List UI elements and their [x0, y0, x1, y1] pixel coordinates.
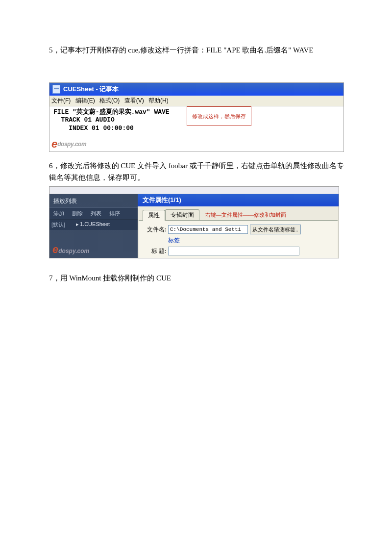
- btn-list[interactable]: 列表: [87, 208, 105, 219]
- track-name: 1.CUESheet: [80, 221, 110, 227]
- playlist-default: [默认]: [51, 221, 76, 228]
- properties-title: 文件属性(1/1): [138, 194, 339, 206]
- properties-tabs: 属性 专辑封面 右键—文件属性——修改和加封面: [138, 206, 339, 220]
- step-6-text: 6，修改完后将修改的 CUE 文件导入 foobar 或千千静听里，右键点击单轨…: [49, 160, 348, 183]
- window-title: CUESheet - 记事本: [63, 85, 119, 94]
- callout-box: 修改成这样，然后保存: [187, 106, 251, 126]
- tags-link[interactable]: 标签: [168, 236, 334, 245]
- watermark-e-icon: e: [52, 243, 58, 255]
- watermark-left: edospy.com: [52, 243, 89, 256]
- titlebar[interactable]: CUESheet - 记事本: [49, 83, 343, 96]
- playlist-header: 播放列表: [49, 194, 138, 207]
- menu-format[interactable]: 格式(O): [99, 97, 120, 104]
- properties-window: 播放列表 添加 删除 列表 排序 [默认] ▸1.CUESheet edospy…: [49, 186, 339, 258]
- tab-attributes[interactable]: 属性: [143, 210, 165, 221]
- input-filename[interactable]: C:\Documents and Setti: [168, 225, 248, 234]
- input-title[interactable]: [168, 247, 299, 255]
- properties-form: 文件名: C:\Documents and Setti 从文件名猜测标签.. 标…: [139, 220, 338, 258]
- btn-add[interactable]: 添加: [49, 208, 68, 219]
- btn-delete[interactable]: 删除: [68, 208, 87, 219]
- notepad-window: CUESheet - 记事本 文件(F) 编辑(E) 格式(O) 查看(V) 帮…: [49, 82, 344, 152]
- step-5-text: 5，记事本打开刚保存的 cue,修改这样一行拼音：FILE "APE 歌曲名.后…: [49, 44, 348, 56]
- step-7-text: 7，用 WinMount 挂载你刚制作的 CUE: [49, 272, 348, 284]
- play-icon: ▸: [76, 221, 79, 227]
- menu-help[interactable]: 帮助(H): [148, 97, 169, 104]
- playlist-pane: 播放列表 添加 删除 列表 排序 [默认] ▸1.CUESheet edospy…: [49, 194, 138, 258]
- playlist-toolbar: 添加 删除 列表 排序: [49, 207, 138, 220]
- tab-cover[interactable]: 专辑封面: [165, 209, 199, 220]
- hint-text: 右键—文件属性——修改和加封面: [205, 211, 286, 219]
- window-top-border: [49, 187, 339, 194]
- label-title: 标 题:: [143, 247, 166, 255]
- notepad-icon: [52, 85, 60, 94]
- properties-pane: 文件属性(1/1) 属性 专辑封面 右键—文件属性——修改和加封面 文件名: C…: [138, 194, 339, 258]
- btn-sort[interactable]: 排序: [105, 208, 124, 219]
- watermark: e dospy.com: [51, 138, 86, 151]
- notepad-body[interactable]: FILE "莫文蔚-盛夏的果实.wav" WAVE TRACK 01 AUDIO…: [49, 106, 343, 151]
- menu-view[interactable]: 查看(V): [124, 97, 144, 104]
- guess-tags-button[interactable]: 从文件名猜测标签..: [250, 225, 301, 234]
- menubar: 文件(F) 编辑(E) 格式(O) 查看(V) 帮助(H): [49, 96, 343, 106]
- menu-edit[interactable]: 编辑(E): [75, 97, 95, 104]
- label-filename: 文件名:: [143, 226, 166, 234]
- menu-file[interactable]: 文件(F): [51, 97, 71, 104]
- watermark-e-icon: e: [51, 138, 57, 151]
- playlist-row[interactable]: [默认] ▸1.CUESheet: [49, 220, 138, 230]
